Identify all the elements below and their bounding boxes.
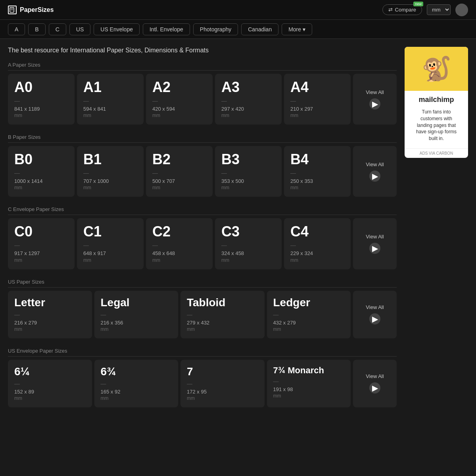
card-unit: mm: [14, 395, 86, 401]
card-dash: —: [221, 242, 275, 248]
card-unit: mm: [14, 257, 68, 263]
card-dash: —: [152, 242, 206, 248]
card-1-4[interactable]: B4—250 x 353mm: [284, 146, 351, 197]
card-dims: 216 x 279: [14, 319, 86, 326]
card-3-2[interactable]: Tabloid—279 x 432mm: [180, 291, 265, 338]
card-size-name: A2: [152, 80, 206, 94]
card-1-0[interactable]: B0—1000 x 1414mm: [8, 146, 75, 197]
card-dash: —: [273, 311, 345, 318]
card-unit: mm: [290, 257, 344, 263]
view-all-card-0[interactable]: View All ▶: [353, 74, 397, 125]
card-2-3[interactable]: C3—324 x 458mm: [215, 218, 282, 269]
card-size-name: C2: [152, 225, 206, 239]
card-dims: 841 x 1189: [14, 106, 68, 113]
card-3-1[interactable]: Legal—216 x 356mm: [94, 291, 178, 338]
view-all-card-2[interactable]: View All ▶: [353, 218, 397, 269]
card-4-1[interactable]: 6¾—165 x 92mm: [94, 360, 178, 407]
card-dash: —: [14, 170, 68, 176]
card-size-name: Letter: [14, 297, 86, 308]
card-dims: 420 x 594: [152, 106, 206, 113]
card-dims: 216 x 356: [101, 319, 172, 326]
card-0-1[interactable]: A1—594 x 841mm: [77, 74, 144, 125]
card-dash: —: [152, 170, 206, 176]
view-all-text: View All: [366, 304, 384, 310]
card-2-4[interactable]: C4—229 x 324mm: [284, 218, 351, 269]
card-unit: mm: [273, 326, 345, 332]
card-unit: mm: [221, 113, 275, 118]
card-dash: —: [221, 170, 275, 176]
card-dims: 500 x 707: [152, 178, 206, 185]
card-dash: —: [290, 242, 344, 248]
card-4-0[interactable]: 6¼—152 x 89mm: [8, 360, 92, 407]
cards-row-1: B0—1000 x 1414mmB1—707 x 1000mmB2—500 x …: [8, 146, 397, 197]
nav-b[interactable]: B: [28, 23, 45, 35]
card-dims: 324 x 458: [221, 250, 275, 257]
card-dash: —: [101, 311, 172, 318]
card-size-name: C0: [14, 225, 68, 239]
card-unit: mm: [273, 393, 345, 399]
card-dash: —: [83, 170, 137, 176]
card-dims: 917 x 1297: [14, 250, 68, 257]
nav-intl-envelope[interactable]: Intl. Envelope: [143, 23, 190, 35]
card-unit: mm: [290, 113, 344, 118]
card-dash: —: [83, 242, 137, 248]
card-3-0[interactable]: Letter—216 x 279mm: [8, 291, 92, 338]
logo-text: PaperSizes: [20, 6, 54, 13]
card-dash: —: [83, 98, 137, 104]
card-unit: mm: [152, 257, 206, 263]
view-all-card-3[interactable]: View All ▶: [353, 291, 397, 338]
section-title-1: B Paper Sizes: [8, 134, 397, 143]
view-all-card-1[interactable]: View All ▶: [353, 146, 397, 197]
card-size-name: C1: [83, 225, 137, 239]
card-dims: 1000 x 1414: [14, 178, 68, 185]
nav-a[interactable]: A: [8, 23, 25, 35]
compare-button[interactable]: ⇄ Compare new: [382, 4, 422, 15]
card-dash: —: [221, 98, 275, 104]
card-3-3[interactable]: Ledger—432 x 279mm: [267, 291, 351, 338]
card-0-3[interactable]: A3—297 x 420mm: [215, 74, 282, 125]
card-unit: mm: [14, 113, 68, 118]
card-0-2[interactable]: A2—420 x 594mm: [146, 74, 213, 125]
nav-canadian[interactable]: Canadian: [241, 23, 278, 35]
nav-us[interactable]: US: [69, 23, 90, 35]
card-1-1[interactable]: B1—707 x 1000mm: [77, 146, 144, 197]
card-2-0[interactable]: C0—917 x 1297mm: [8, 218, 75, 269]
view-all-arrow-icon: ▶: [369, 243, 380, 254]
card-size-name: 7¾ Monarch: [273, 366, 345, 375]
card-4-3[interactable]: 7¾ Monarch—191 x 98mm: [267, 360, 351, 407]
card-unit: mm: [187, 326, 258, 332]
card-dash: —: [187, 311, 258, 318]
card-0-0[interactable]: A0—841 x 1189mm: [8, 74, 75, 125]
section-2: C Envelope Paper SizesC0—917 x 1297mmC1—…: [8, 206, 397, 269]
nav-photography[interactable]: Photography: [193, 23, 238, 35]
nav-c[interactable]: C: [49, 23, 66, 35]
card-0-4[interactable]: A4—210 x 297mm: [284, 74, 351, 125]
unit-selector[interactable]: mm cm in: [427, 4, 451, 15]
cards-row-3: Letter—216 x 279mmLegal—216 x 356mmTablo…: [8, 291, 397, 338]
card-2-2[interactable]: C2—458 x 648mm: [146, 218, 213, 269]
card-unit: mm: [101, 326, 172, 332]
card-dash: —: [14, 311, 86, 318]
card-size-name: 6¾: [101, 366, 172, 377]
card-dash: —: [14, 380, 86, 387]
site-header: PaperSizes ⇄ Compare new mm cm in: [0, 0, 476, 20]
ad-text: Turn fans into customers with landing pa…: [409, 106, 464, 145]
logo[interactable]: PaperSizes: [8, 6, 54, 14]
card-unit: mm: [83, 113, 137, 118]
view-all-card-4[interactable]: View All ▶: [353, 360, 397, 407]
card-1-3[interactable]: B3—353 x 500mm: [215, 146, 282, 197]
card-dims: 152 x 89: [14, 388, 86, 395]
card-dash: —: [273, 378, 345, 384]
cards-row-4: 6¼—152 x 89mm6¾—165 x 92mm7—172 x 95mm7¾…: [8, 360, 397, 407]
sidebar: 🐒 mailchimp Turn fans into customers wit…: [405, 47, 468, 417]
card-dims: 279 x 432: [187, 319, 258, 326]
card-2-1[interactable]: C1—648 x 917mm: [77, 218, 144, 269]
view-all-arrow-icon: ▶: [369, 171, 380, 182]
card-1-2[interactable]: B2—500 x 707mm: [146, 146, 213, 197]
main-nav: A B C US US Envelope Intl. Envelope Phot…: [0, 20, 476, 39]
nav-us-envelope[interactable]: US Envelope: [94, 23, 140, 35]
nav-more[interactable]: More ▾: [282, 23, 312, 35]
advertisement[interactable]: 🐒 mailchimp Turn fans into customers wit…: [405, 47, 468, 158]
theme-toggle-button[interactable]: [455, 4, 468, 16]
card-4-2[interactable]: 7—172 x 95mm: [180, 360, 265, 407]
